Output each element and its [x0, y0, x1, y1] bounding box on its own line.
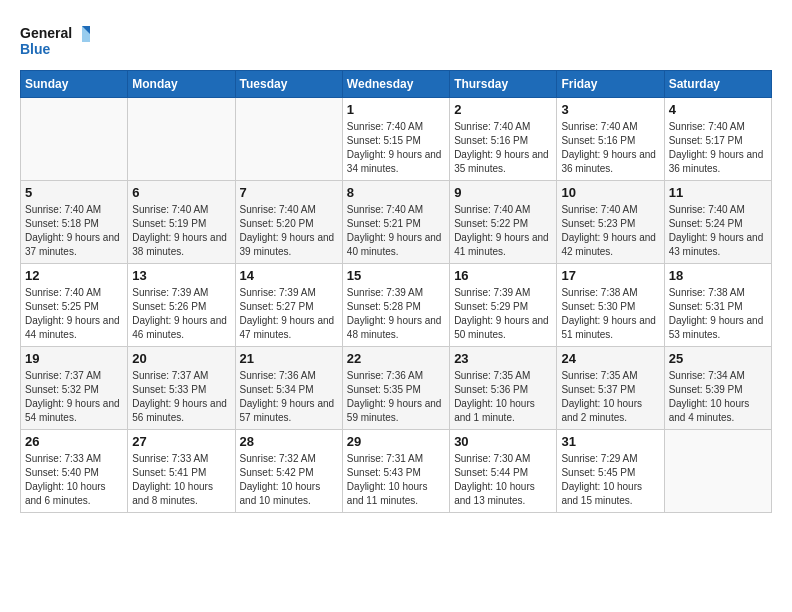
- day-cell: 17 Sunrise: 7:38 AMSunset: 5:30 PMDaylig…: [557, 264, 664, 347]
- day-number: 27: [132, 434, 230, 449]
- day-number: 5: [25, 185, 123, 200]
- day-number: 18: [669, 268, 767, 283]
- day-info: Sunrise: 7:40 AMSunset: 5:24 PMDaylight:…: [669, 204, 764, 257]
- day-number: 10: [561, 185, 659, 200]
- day-number: 15: [347, 268, 445, 283]
- page-header: General Blue: [20, 20, 772, 60]
- day-cell: 11 Sunrise: 7:40 AMSunset: 5:24 PMDaylig…: [664, 181, 771, 264]
- header-monday: Monday: [128, 71, 235, 98]
- day-cell: 14 Sunrise: 7:39 AMSunset: 5:27 PMDaylig…: [235, 264, 342, 347]
- day-cell: 25 Sunrise: 7:34 AMSunset: 5:39 PMDaylig…: [664, 347, 771, 430]
- day-cell: 8 Sunrise: 7:40 AMSunset: 5:21 PMDayligh…: [342, 181, 449, 264]
- day-info: Sunrise: 7:36 AMSunset: 5:35 PMDaylight:…: [347, 370, 442, 423]
- day-number: 22: [347, 351, 445, 366]
- day-cell: 22 Sunrise: 7:36 AMSunset: 5:35 PMDaylig…: [342, 347, 449, 430]
- day-number: 8: [347, 185, 445, 200]
- day-info: Sunrise: 7:40 AMSunset: 5:20 PMDaylight:…: [240, 204, 335, 257]
- day-cell: 18 Sunrise: 7:38 AMSunset: 5:31 PMDaylig…: [664, 264, 771, 347]
- day-cell: 16 Sunrise: 7:39 AMSunset: 5:29 PMDaylig…: [450, 264, 557, 347]
- day-info: Sunrise: 7:40 AMSunset: 5:22 PMDaylight:…: [454, 204, 549, 257]
- day-cell: 24 Sunrise: 7:35 AMSunset: 5:37 PMDaylig…: [557, 347, 664, 430]
- day-info: Sunrise: 7:32 AMSunset: 5:42 PMDaylight:…: [240, 453, 321, 506]
- day-info: Sunrise: 7:40 AMSunset: 5:21 PMDaylight:…: [347, 204, 442, 257]
- day-cell: 28 Sunrise: 7:32 AMSunset: 5:42 PMDaylig…: [235, 430, 342, 513]
- day-info: Sunrise: 7:35 AMSunset: 5:37 PMDaylight:…: [561, 370, 642, 423]
- day-number: 1: [347, 102, 445, 117]
- day-info: Sunrise: 7:37 AMSunset: 5:33 PMDaylight:…: [132, 370, 227, 423]
- day-number: 25: [669, 351, 767, 366]
- day-info: Sunrise: 7:40 AMSunset: 5:16 PMDaylight:…: [561, 121, 656, 174]
- day-info: Sunrise: 7:33 AMSunset: 5:41 PMDaylight:…: [132, 453, 213, 506]
- svg-text:General: General: [20, 25, 72, 41]
- day-number: 16: [454, 268, 552, 283]
- day-info: Sunrise: 7:39 AMSunset: 5:29 PMDaylight:…: [454, 287, 549, 340]
- day-cell: 2 Sunrise: 7:40 AMSunset: 5:16 PMDayligh…: [450, 98, 557, 181]
- header-sunday: Sunday: [21, 71, 128, 98]
- day-info: Sunrise: 7:36 AMSunset: 5:34 PMDaylight:…: [240, 370, 335, 423]
- day-number: 4: [669, 102, 767, 117]
- header-tuesday: Tuesday: [235, 71, 342, 98]
- day-number: 28: [240, 434, 338, 449]
- weekday-header-row: Sunday Monday Tuesday Wednesday Thursday…: [21, 71, 772, 98]
- day-info: Sunrise: 7:35 AMSunset: 5:36 PMDaylight:…: [454, 370, 535, 423]
- day-number: 11: [669, 185, 767, 200]
- day-cell: [235, 98, 342, 181]
- day-cell: 21 Sunrise: 7:36 AMSunset: 5:34 PMDaylig…: [235, 347, 342, 430]
- logo: General Blue: [20, 20, 90, 60]
- day-cell: 10 Sunrise: 7:40 AMSunset: 5:23 PMDaylig…: [557, 181, 664, 264]
- day-cell: 9 Sunrise: 7:40 AMSunset: 5:22 PMDayligh…: [450, 181, 557, 264]
- day-number: 9: [454, 185, 552, 200]
- day-cell: [21, 98, 128, 181]
- svg-text:Blue: Blue: [20, 41, 51, 57]
- day-number: 20: [132, 351, 230, 366]
- day-cell: 20 Sunrise: 7:37 AMSunset: 5:33 PMDaylig…: [128, 347, 235, 430]
- day-cell: 31 Sunrise: 7:29 AMSunset: 5:45 PMDaylig…: [557, 430, 664, 513]
- day-cell: 15 Sunrise: 7:39 AMSunset: 5:28 PMDaylig…: [342, 264, 449, 347]
- logo-svg: General Blue: [20, 20, 90, 60]
- week-row-4: 19 Sunrise: 7:37 AMSunset: 5:32 PMDaylig…: [21, 347, 772, 430]
- day-info: Sunrise: 7:31 AMSunset: 5:43 PMDaylight:…: [347, 453, 428, 506]
- day-cell: 26 Sunrise: 7:33 AMSunset: 5:40 PMDaylig…: [21, 430, 128, 513]
- day-info: Sunrise: 7:39 AMSunset: 5:26 PMDaylight:…: [132, 287, 227, 340]
- day-cell: 5 Sunrise: 7:40 AMSunset: 5:18 PMDayligh…: [21, 181, 128, 264]
- day-number: 7: [240, 185, 338, 200]
- day-cell: 12 Sunrise: 7:40 AMSunset: 5:25 PMDaylig…: [21, 264, 128, 347]
- day-info: Sunrise: 7:34 AMSunset: 5:39 PMDaylight:…: [669, 370, 750, 423]
- day-number: 3: [561, 102, 659, 117]
- day-cell: 19 Sunrise: 7:37 AMSunset: 5:32 PMDaylig…: [21, 347, 128, 430]
- day-number: 24: [561, 351, 659, 366]
- day-number: 13: [132, 268, 230, 283]
- header-friday: Friday: [557, 71, 664, 98]
- day-info: Sunrise: 7:38 AMSunset: 5:31 PMDaylight:…: [669, 287, 764, 340]
- day-info: Sunrise: 7:30 AMSunset: 5:44 PMDaylight:…: [454, 453, 535, 506]
- day-info: Sunrise: 7:39 AMSunset: 5:27 PMDaylight:…: [240, 287, 335, 340]
- day-number: 2: [454, 102, 552, 117]
- day-info: Sunrise: 7:40 AMSunset: 5:25 PMDaylight:…: [25, 287, 120, 340]
- day-info: Sunrise: 7:38 AMSunset: 5:30 PMDaylight:…: [561, 287, 656, 340]
- day-cell: [664, 430, 771, 513]
- day-cell: 1 Sunrise: 7:40 AMSunset: 5:15 PMDayligh…: [342, 98, 449, 181]
- day-info: Sunrise: 7:40 AMSunset: 5:18 PMDaylight:…: [25, 204, 120, 257]
- header-wednesday: Wednesday: [342, 71, 449, 98]
- day-info: Sunrise: 7:39 AMSunset: 5:28 PMDaylight:…: [347, 287, 442, 340]
- day-cell: 23 Sunrise: 7:35 AMSunset: 5:36 PMDaylig…: [450, 347, 557, 430]
- day-cell: 29 Sunrise: 7:31 AMSunset: 5:43 PMDaylig…: [342, 430, 449, 513]
- day-number: 21: [240, 351, 338, 366]
- day-number: 19: [25, 351, 123, 366]
- day-number: 29: [347, 434, 445, 449]
- day-cell: 6 Sunrise: 7:40 AMSunset: 5:19 PMDayligh…: [128, 181, 235, 264]
- day-cell: 4 Sunrise: 7:40 AMSunset: 5:17 PMDayligh…: [664, 98, 771, 181]
- day-info: Sunrise: 7:40 AMSunset: 5:19 PMDaylight:…: [132, 204, 227, 257]
- header-thursday: Thursday: [450, 71, 557, 98]
- day-cell: 3 Sunrise: 7:40 AMSunset: 5:16 PMDayligh…: [557, 98, 664, 181]
- day-info: Sunrise: 7:29 AMSunset: 5:45 PMDaylight:…: [561, 453, 642, 506]
- day-number: 30: [454, 434, 552, 449]
- day-info: Sunrise: 7:40 AMSunset: 5:15 PMDaylight:…: [347, 121, 442, 174]
- day-cell: 7 Sunrise: 7:40 AMSunset: 5:20 PMDayligh…: [235, 181, 342, 264]
- day-number: 31: [561, 434, 659, 449]
- day-number: 14: [240, 268, 338, 283]
- day-number: 23: [454, 351, 552, 366]
- week-row-5: 26 Sunrise: 7:33 AMSunset: 5:40 PMDaylig…: [21, 430, 772, 513]
- week-row-2: 5 Sunrise: 7:40 AMSunset: 5:18 PMDayligh…: [21, 181, 772, 264]
- day-number: 17: [561, 268, 659, 283]
